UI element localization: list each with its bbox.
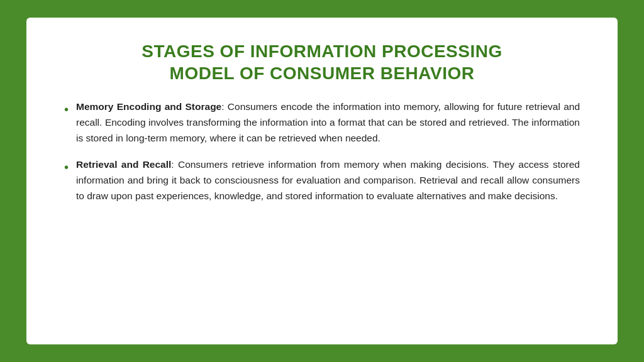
bullet-list: • Memory Encoding and Storage: Consumers… [64,99,580,204]
page-title: STAGES OF INFORMATION PROCESSING MODEL O… [64,40,580,84]
bullet-bold-retrieval: Retrieval and Recall [76,159,171,170]
bullet-bold-memory: Memory Encoding and Storage [76,101,221,112]
bullet-icon: • [64,158,69,177]
title-line2: MODEL OF CONSUMER BEHAVIOR [64,62,580,84]
content-card: STAGES OF INFORMATION PROCESSING MODEL O… [26,18,618,344]
title-line1: STAGES OF INFORMATION PROCESSING [64,40,580,62]
list-item: • Retrieval and Recall: Consumers retrie… [64,157,580,204]
bullet-text-retrieval: Retrieval and Recall: Consumers retrieve… [76,157,580,204]
bullet-text-memory: Memory Encoding and Storage: Consumers e… [76,99,580,146]
list-item: • Memory Encoding and Storage: Consumers… [64,99,580,146]
bullet-icon: • [64,100,69,119]
